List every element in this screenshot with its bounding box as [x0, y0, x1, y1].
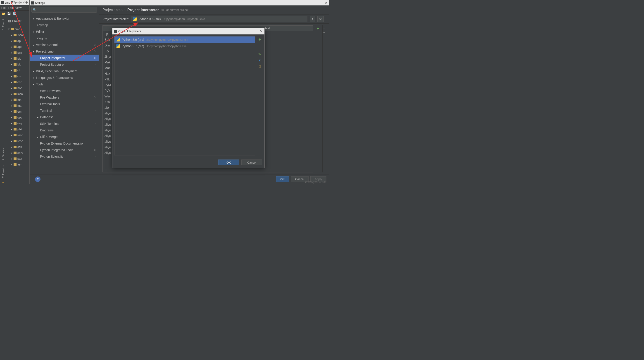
settings-tree-list[interactable]: ▸Appearance & Behavior Keymap ▸Editor Pl… [30, 14, 98, 174]
tree-folder[interactable]: ▸con [6, 73, 30, 79]
project-tree[interactable]: ▾cmp ▸.sca▸api▸app▸billi▸blu▸blu▸clo▸con… [6, 25, 30, 168]
tree-folder[interactable]: ▸api [6, 38, 30, 44]
popup-toolbar: + − ✎ ▼ ⌸ [257, 36, 262, 155]
add-interpreter-button[interactable]: + [258, 37, 261, 42]
tree-folder[interactable]: ▸billi [6, 50, 30, 56]
remove-interpreter-button[interactable]: − [258, 45, 261, 49]
menu-view[interactable]: View [15, 6, 22, 10]
tree-terminal[interactable]: Terminal⧉ [30, 107, 98, 114]
tree-editor[interactable]: ▸Editor [30, 28, 98, 35]
open-icon[interactable]: 📂 [2, 12, 6, 16]
tree-project-interpreter[interactable]: Project Interpreter⧉ [30, 55, 98, 61]
edit-icon[interactable]: ✎ [258, 52, 261, 56]
tree-vcs[interactable]: ▸Version Control⧉ [30, 42, 98, 48]
settings-search-input[interactable] [32, 7, 97, 13]
tree-folder[interactable]: ▸serv [6, 150, 30, 156]
tree-tools[interactable]: ▾Tools [30, 81, 98, 87]
project-interpreters-popup: Project Interpreters ✕ Python 3.6 (src) … [112, 28, 265, 168]
tree-project[interactable]: ▾Project: cmp⧉ [30, 48, 98, 55]
project-panel-header: ▤ Project [6, 17, 30, 25]
popup-titlebar: Project Interpreters ✕ [112, 28, 264, 35]
filter-icon[interactable]: ▼ [258, 58, 261, 62]
tree-folder[interactable]: ▸stat [6, 156, 30, 161]
settings-close-icon[interactable]: ✕ [323, 1, 329, 5]
tree-folder[interactable]: ▸ope [6, 114, 30, 120]
tree-keymap[interactable]: Keymap [30, 22, 98, 28]
tab-favorites[interactable]: 2: Favorites [2, 165, 4, 177]
tree-folder[interactable]: ▸hor [6, 85, 30, 91]
tree-ssh[interactable]: SSH Terminal⧉ [30, 120, 98, 127]
tree-folder[interactable]: ▸om [6, 108, 30, 114]
tree-diff[interactable]: ▸Diff & Merge [30, 133, 98, 140]
settings-breadcrumb: Project: cmp › Project Interpreter ⧉ For… [99, 6, 329, 15]
tree-folder[interactable]: ▸plat [6, 126, 30, 132]
tree-pydoc[interactable]: Python External Documentatio [30, 140, 98, 147]
tree-folder[interactable]: ▸tem [6, 161, 30, 167]
interpreter-row: Project Interpreter: Python 3.6 (src) D:… [99, 15, 329, 24]
popup-close-icon[interactable]: ✕ [258, 30, 264, 33]
project-header-label[interactable]: Project [12, 19, 21, 23]
menu-edit[interactable]: Edit [8, 6, 13, 10]
interpreter-dropdown-button[interactable]: ▼ [310, 16, 315, 22]
interpreter-item[interactable]: Python 3.6 (src) D:\python\python36\pyth… [114, 37, 255, 43]
left-toolwindow-strip: 1: Project 7: Structure 2: Favorites ★ [0, 17, 6, 184]
popup-title-text: Project Interpreters [118, 30, 141, 33]
tree-folder[interactable]: ▸blu [6, 61, 30, 67]
tree-appearance[interactable]: ▸Appearance & Behavior [30, 15, 98, 22]
tree-folder[interactable]: ▸ma [6, 103, 30, 108]
interpreter-select[interactable]: Python 3.6 (src) D:\python\python36\pyth… [131, 16, 308, 22]
tree-pysci[interactable]: Python Scientific⧉ [30, 153, 98, 160]
tree-plugins[interactable]: Plugins [30, 35, 98, 42]
tree-folder[interactable]: ▸reso [6, 138, 30, 144]
tree-folder[interactable]: ▸con [6, 79, 30, 85]
tree-folder[interactable]: ▸clo [6, 67, 30, 73]
tree-folder[interactable]: ▸scri [6, 144, 30, 150]
help-button[interactable]: ? [35, 176, 40, 182]
watermark: CSDN @Wonderful U [305, 181, 327, 184]
interpreter-path: D:\python\python36\python3.exe [163, 17, 205, 21]
tree-root[interactable]: ▾cmp [6, 26, 30, 32]
tree-folder[interactable]: ▸loca [6, 91, 30, 97]
tree-diagrams[interactable]: Diagrams [30, 127, 98, 133]
sync-icon[interactable]: 🔄 [13, 12, 16, 16]
tree-lang[interactable]: ▸Languages & Frameworks [30, 74, 98, 81]
tree-bed[interactable]: ▸Build, Execution, Deployment [30, 68, 98, 74]
interpreter-list[interactable]: Python 3.6 (src) D:\python\python36\pyth… [114, 36, 256, 155]
gear-icon[interactable]: ⚙ [317, 16, 324, 22]
menu-file[interactable]: File [1, 6, 6, 10]
tree-web-browsers[interactable]: Web Browsers [30, 87, 98, 94]
python-icon [133, 17, 137, 21]
popup-ok-button[interactable]: OK [218, 159, 239, 165]
copy-icon: ⧉ [162, 8, 164, 12]
add-package-button[interactable]: + [317, 26, 319, 31]
tree-external-tools[interactable]: External Tools [30, 101, 98, 107]
tree-folder[interactable]: ▸app [6, 44, 30, 50]
settings-ok-button[interactable]: OK [276, 176, 289, 182]
tab-structure[interactable]: 7: Structure [2, 147, 4, 160]
copy-icon: ⧉ [94, 96, 96, 99]
tree-database[interactable]: ▸Database [30, 114, 98, 120]
tree-pyint[interactable]: Python Integrated Tools⧉ [30, 147, 98, 153]
main-title-path: [E:\projects\中… [11, 1, 31, 5]
interpreter-item-path: D:\python\python36\python3.exe [146, 38, 188, 42]
tree-project-structure[interactable]: Project Structure⧉ [30, 61, 98, 68]
interpreter-item[interactable]: Python 2.7 (src) D:\python\python27\pyth… [114, 43, 255, 49]
tree-folder[interactable]: ▸org [6, 120, 30, 126]
right-scrollbar[interactable]: ▲▼ [322, 25, 326, 172]
tree-folder[interactable]: ▸ma [6, 97, 30, 103]
popup-cancel-button[interactable]: Cancel [241, 159, 262, 165]
tab-project[interactable]: 1: Project [2, 19, 4, 30]
project-view-icon: ▤ [8, 19, 11, 23]
tree-folder[interactable]: ▸blu [6, 56, 30, 61]
search-icon: 🔍 [33, 8, 36, 12]
save-icon[interactable]: 💾 [7, 12, 11, 16]
paths-icon[interactable]: ⌸ [259, 65, 260, 68]
settings-title-text: Settings [35, 1, 45, 5]
tree-folder[interactable]: ▸.sca [6, 32, 30, 38]
crumb-sep: › [124, 8, 126, 12]
crumb-project[interactable]: Project: cmp [102, 8, 122, 12]
popup-icon [114, 30, 117, 33]
interpreter-label: Project Interpreter: [102, 17, 129, 21]
tree-folder[interactable]: ▸reso [6, 132, 30, 138]
tree-file-watchers[interactable]: File Watchers⧉ [30, 94, 98, 101]
